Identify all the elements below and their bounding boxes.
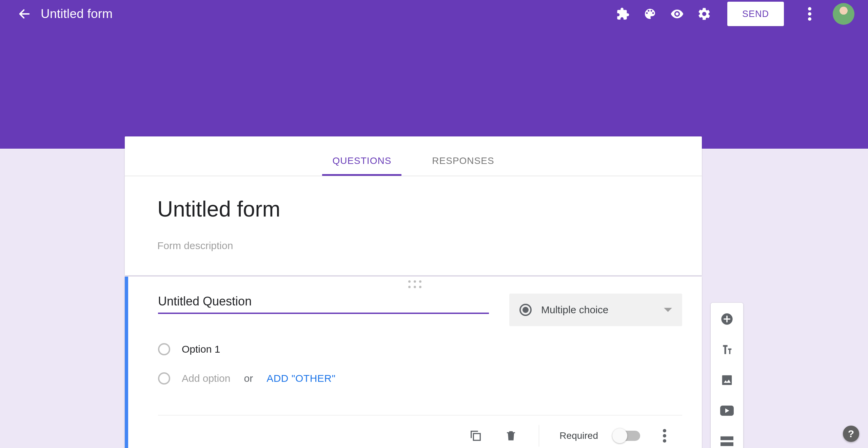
main-area: QUESTIONS RESPONSES Form description Mul… — [125, 28, 743, 448]
document-title[interactable]: Untitled form — [41, 7, 113, 21]
question-type-label: Multiple choice — [541, 304, 654, 316]
svg-rect-9 — [721, 436, 733, 440]
delete-icon[interactable] — [500, 425, 522, 447]
option-row[interactable]: Option 1 — [158, 343, 682, 355]
radio-outline-icon — [158, 372, 170, 385]
question-more-icon[interactable] — [654, 425, 675, 447]
svg-rect-10 — [721, 442, 733, 446]
back-button[interactable] — [16, 6, 33, 22]
option-text[interactable]: Option 1 — [182, 343, 220, 355]
drag-handle-icon[interactable] — [128, 277, 702, 292]
required-label: Required — [559, 430, 598, 441]
question-type-dropdown[interactable]: Multiple choice — [509, 294, 682, 326]
settings-icon[interactable] — [695, 4, 714, 23]
svg-point-1 — [808, 12, 811, 16]
more-menu-icon[interactable] — [800, 4, 819, 23]
tab-questions[interactable]: QUESTIONS — [332, 155, 391, 176]
svg-rect-7 — [722, 375, 732, 385]
add-video-icon[interactable] — [717, 401, 736, 420]
radio-outline-icon — [158, 343, 170, 355]
or-label: or — [244, 373, 253, 384]
svg-point-0 — [808, 7, 811, 11]
account-avatar[interactable] — [833, 3, 854, 25]
help-icon[interactable]: ? — [843, 426, 859, 442]
send-button[interactable]: SEND — [727, 2, 784, 26]
add-section-icon[interactable] — [717, 432, 736, 448]
svg-point-4 — [663, 434, 666, 437]
add-image-icon[interactable] — [717, 371, 736, 390]
app-bar: Untitled form SEND — [0, 0, 868, 28]
question-card[interactable]: Multiple choice Option 1 Add option or A… — [125, 277, 702, 448]
tab-responses[interactable]: RESPONSES — [432, 155, 494, 176]
tab-bar: QUESTIONS RESPONSES — [125, 136, 702, 176]
question-title-input[interactable] — [158, 294, 489, 314]
chevron-down-icon — [664, 308, 672, 312]
theme-icon[interactable] — [640, 4, 659, 23]
add-option-input[interactable]: Add option — [182, 373, 230, 384]
divider — [539, 425, 539, 447]
add-question-icon[interactable] — [717, 310, 736, 329]
svg-point-5 — [663, 439, 666, 443]
add-other-button[interactable]: ADD "OTHER" — [267, 373, 335, 384]
side-toolbar — [711, 303, 743, 448]
svg-point-3 — [663, 429, 666, 432]
add-title-icon[interactable] — [717, 340, 736, 359]
preview-icon[interactable] — [668, 4, 687, 23]
add-option-row: Add option or ADD "OTHER" — [158, 372, 682, 385]
form-description-input[interactable]: Form description — [157, 240, 669, 251]
form-title-input[interactable] — [157, 196, 669, 225]
question-footer: Required — [158, 415, 682, 448]
svg-point-2 — [808, 17, 811, 21]
addons-icon[interactable] — [613, 4, 632, 23]
duplicate-icon[interactable] — [465, 425, 487, 447]
required-toggle[interactable] — [613, 431, 640, 441]
radio-filled-icon — [519, 304, 532, 316]
form-header-card[interactable]: Form description — [125, 176, 702, 275]
